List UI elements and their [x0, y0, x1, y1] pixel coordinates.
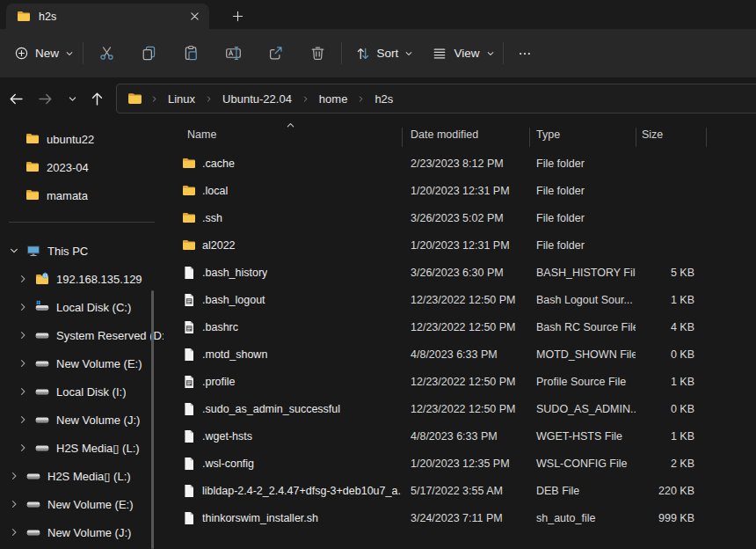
file-row[interactable]: .bashrc12/23/2022 12:50 PMBash RC Source…: [171, 313, 756, 340]
sidebar-item-2023-04[interactable]: 2023-04: [0, 153, 164, 181]
chevron-right-icon[interactable]: [9, 527, 19, 538]
file-icon: [182, 266, 196, 280]
paste-button[interactable]: [177, 39, 205, 68]
sidebar-item-new-volume-j-[interactable]: New Volume (J:): [0, 406, 164, 434]
file-row[interactable]: al20221/20/2023 12:31 PMFile folder: [171, 231, 756, 259]
drive-icon: [26, 525, 40, 539]
file-list-pane: NameDate modifiedTypeSize .cache2/23/202…: [171, 120, 756, 549]
file-row[interactable]: .cache2/23/2023 8:12 PMFile folder: [171, 150, 756, 177]
file-row[interactable]: .motd_shown4/8/2023 6:33 PMMOTD_SHOWN Fi…: [171, 340, 756, 368]
sidebar-item-h2s-media-l-[interactable]: H2S Media▯ (L:): [0, 462, 164, 490]
sidebar-item-mamata[interactable]: mamata: [0, 181, 164, 209]
file-date-modified: 12/23/2022 12:50 PM: [402, 403, 529, 415]
breadcrumb-item[interactable]: Linux: [166, 91, 197, 107]
file-date-modified: 1/20/2023 12:31 PM: [402, 239, 529, 252]
sidebar-item-this-pc[interactable]: This PC: [0, 237, 164, 265]
drive-icon: [35, 441, 49, 455]
new-button[interactable]: New: [11, 39, 77, 68]
chevron-right-icon[interactable]: [302, 95, 309, 103]
folder-icon: [25, 160, 40, 174]
chevron-right-icon[interactable]: [205, 95, 213, 103]
file-row[interactable]: .bash_history3/26/2023 6:30 PMBASH_HISTO…: [171, 259, 756, 286]
sidebar-item-local-disk-i-[interactable]: Local Disk (I:): [0, 377, 164, 406]
file-date-modified: 12/23/2022 12:50 PM: [402, 376, 529, 388]
column-header-type[interactable]: Type: [529, 128, 636, 141]
address-bar[interactable]: LinuxUbuntu-22.04homeh2s: [116, 84, 756, 113]
more-options-button[interactable]: [510, 39, 540, 68]
chevron-right-icon[interactable]: [18, 358, 28, 369]
column-separator[interactable]: [706, 128, 707, 147]
sidebar-item-local-disk-c-[interactable]: Local Disk (C:): [0, 293, 164, 321]
column-separator[interactable]: [636, 128, 636, 147]
up-button[interactable]: [84, 86, 110, 112]
file-row[interactable]: thinkorswim_installer.sh3/24/2023 7:11 P…: [171, 504, 756, 531]
rename-icon: [225, 45, 242, 62]
column-header-date-modified[interactable]: Date modified: [402, 128, 529, 141]
chevron-right-icon[interactable]: [150, 95, 158, 103]
file-row[interactable]: .local1/20/2023 12:31 PMFile folder: [171, 177, 756, 204]
cut-button[interactable]: [92, 39, 120, 68]
column-header-name[interactable]: Name: [182, 128, 402, 141]
sidebar-item-label: H2S Media▯ (L:): [56, 442, 140, 455]
chevron-right-icon[interactable]: [18, 443, 28, 453]
breadcrumb-item[interactable]: home: [317, 91, 350, 107]
file-row[interactable]: .profile12/23/2022 12:50 PMProfile Sourc…: [171, 368, 756, 395]
delete-button[interactable]: [303, 39, 331, 68]
file-icon: [182, 457, 196, 471]
sidebar-item-h2s-media-l-[interactable]: H2S Media▯ (L:): [0, 434, 164, 462]
tab-h2s[interactable]: h2s: [6, 4, 209, 29]
column-separator[interactable]: [402, 128, 403, 147]
file-name: .bash_logout: [202, 294, 265, 306]
breadcrumb: LinuxUbuntu-22.04homeh2s: [150, 91, 395, 107]
chevron-right-icon[interactable]: [18, 386, 28, 397]
file-row[interactable]: libldap-2.4-2_2.4.47+dfsg-3+deb10u7_a...…: [171, 477, 756, 504]
sidebar-item-192-168-135-129[interactable]: 192.168.135.129: [0, 265, 164, 293]
chevron-down-icon: [486, 49, 495, 58]
column-header-size[interactable]: Size: [636, 128, 706, 141]
file-date-modified: 4/8/2023 6:33 PM: [402, 430, 529, 443]
file-row[interactable]: .ssh3/26/2023 5:02 PMFile folder: [171, 204, 756, 231]
back-button[interactable]: [4, 86, 29, 112]
file-icon: [182, 348, 196, 362]
chevron-right-icon[interactable]: [9, 499, 19, 509]
file-row[interactable]: .sudo_as_admin_successful12/23/2022 12:5…: [171, 395, 756, 422]
folder-icon: [25, 188, 40, 202]
chevron-right-icon[interactable]: [9, 471, 19, 481]
view-button[interactable]: View: [428, 39, 498, 68]
sidebar-item-new-volume-e-[interactable]: New Volume (E:): [0, 349, 164, 377]
chevron-down-icon: [404, 49, 413, 58]
sidebar-item-system-reserved-d-[interactable]: System Reserved (D:): [0, 321, 164, 349]
chevron-right-icon[interactable]: [18, 330, 28, 340]
file-explorer-window: h2s New Sort: [0, 0, 756, 549]
file-date-modified: 2/23/2023 8:12 PM: [402, 157, 529, 170]
file-row[interactable]: .wget-hsts4/8/2023 6:33 PMWGET-HSTS File…: [171, 422, 756, 450]
chevron-right-icon[interactable]: [18, 414, 28, 425]
chevron-right-icon[interactable]: [18, 302, 28, 312]
column-separator[interactable]: [529, 128, 530, 147]
file-row[interactable]: .bash_logout12/23/2022 12:50 PMBash Logo…: [171, 286, 756, 313]
file-row[interactable]: .wsl-config1/20/2023 12:35 PMWSL-CONFIG …: [171, 450, 756, 477]
forward-button[interactable]: [33, 86, 58, 112]
recent-locations-button[interactable]: [60, 86, 85, 112]
sidebar-item-label: New Volume (J:): [56, 414, 140, 427]
sort-button[interactable]: Sort: [350, 39, 418, 68]
chevron-down-icon[interactable]: [9, 245, 19, 256]
file-name: libldap-2.4-2_2.4.47+dfsg-3+deb10u7_a...: [202, 485, 402, 497]
sidebar-item-new-volume-e-[interactable]: New Volume (E:): [0, 490, 164, 518]
tab-close-button[interactable]: [185, 7, 204, 26]
sidebar-item-ubuntu22[interactable]: ubuntu22: [0, 125, 164, 153]
new-tab-button[interactable]: [226, 6, 249, 26]
copy-button[interactable]: [134, 39, 163, 68]
breadcrumb-item[interactable]: h2s: [373, 91, 395, 107]
sidebar-scrollbar[interactable]: [151, 290, 154, 549]
chevron-right-icon[interactable]: [18, 274, 28, 284]
share-button[interactable]: [261, 39, 289, 68]
circle-plus-icon: [14, 46, 29, 61]
chevron-right-icon[interactable]: [357, 95, 365, 103]
script-icon: [182, 375, 196, 389]
file-size: 1 KB: [636, 294, 706, 306]
sidebar-item-new-volume-j-[interactable]: New Volume (J:): [0, 518, 164, 546]
cut-icon: [98, 45, 115, 62]
breadcrumb-item[interactable]: Ubuntu-22.04: [221, 91, 294, 107]
rename-button[interactable]: [219, 39, 247, 68]
